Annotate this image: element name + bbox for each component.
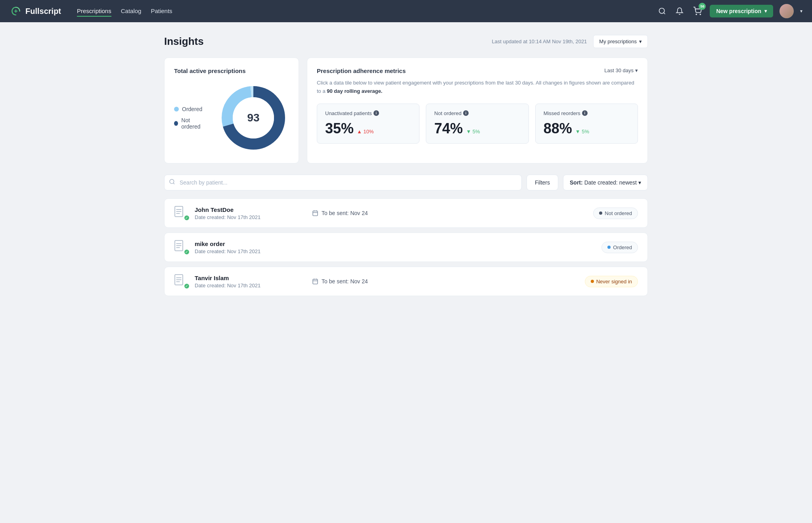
prescription-icon-area: ✓	[174, 240, 188, 254]
chevron-down-icon: ▾	[635, 67, 638, 73]
status-badge: Never signed in	[585, 276, 638, 287]
status-dot	[607, 246, 611, 249]
metric-value: 88%	[544, 120, 572, 137]
chevron-down-icon: ▾	[638, 179, 641, 186]
metric-change: ▲ 10%	[357, 129, 374, 135]
metric-value: 74%	[434, 120, 463, 137]
svg-point-2	[700, 14, 701, 15]
adherence-card: Prescription adherence metrics Last 30 d…	[307, 58, 648, 163]
status-badge: Ordered	[601, 242, 638, 253]
chevron-down-icon: ▾	[639, 38, 642, 44]
cards-row: Total active prescriptions Ordered Not o…	[164, 58, 648, 163]
metric-label: Missed reorders i	[544, 110, 630, 116]
search-filter-row: Filters Sort: Date created: newest ▾	[164, 175, 648, 190]
metric-missed-reorders[interactable]: Missed reorders i 88% ▼ 5%	[535, 104, 638, 144]
legend-item-not-ordered: Not ordered	[174, 117, 207, 130]
ordered-dot	[174, 107, 179, 112]
my-prescriptions-filter[interactable]: My prescriptions ▾	[593, 35, 648, 48]
sort-prefix: Sort:	[570, 179, 583, 186]
avatar-image	[779, 4, 794, 18]
check-badge: ✓	[184, 249, 190, 255]
cart-badge: 56	[699, 3, 706, 10]
metric-value-row: 35% ▲ 10%	[325, 120, 411, 137]
prescription-info: John TestDoe Date created: Nov 17th 2021	[195, 206, 306, 220]
donut-card: Total active prescriptions Ordered Not o…	[164, 58, 299, 163]
page-title: Insights	[164, 35, 204, 48]
metrics-row: Unactivated patients i 35% ▲ 10% Not ord…	[317, 104, 638, 144]
status-dot	[599, 212, 602, 215]
period-filter[interactable]: Last 30 days ▾	[604, 67, 638, 73]
info-icon: i	[373, 110, 379, 116]
info-icon: i	[582, 110, 588, 116]
user-chevron-icon: ▾	[800, 8, 802, 14]
donut-area: Ordered Not ordered	[174, 82, 289, 154]
donut-total: 93	[247, 112, 259, 124]
donut-legend: Ordered Not ordered	[174, 106, 207, 130]
prescription-icon-area: ✓	[174, 206, 188, 220]
patient-name: John TestDoe	[195, 206, 306, 213]
info-icon: i	[463, 110, 469, 116]
search-icon	[658, 7, 666, 15]
sort-button[interactable]: Sort: Date created: newest ▾	[563, 175, 648, 190]
nav-links: Prescriptions Catalog Patients	[77, 6, 644, 17]
adherence-title: Prescription adherence metrics	[317, 67, 406, 74]
legend-item-ordered: Ordered	[174, 106, 207, 112]
donut-card-title: Total active prescriptions	[174, 67, 289, 74]
nav-catalog[interactable]: Catalog	[121, 6, 142, 17]
svg-point-7	[170, 179, 174, 184]
prescription-icon-area: ✓	[174, 274, 188, 288]
patient-name: mike order	[195, 240, 306, 247]
send-date: To be sent: Nov 24	[312, 278, 578, 285]
search-button[interactable]	[657, 6, 668, 17]
prescription-info: Tanvir Islam Date created: Nov 17th 2021	[195, 275, 306, 288]
metric-change: ▼ 5%	[575, 129, 589, 135]
adherence-description: Click a data tile below to view patient …	[317, 79, 638, 96]
main-content: Insights Last updated at 10:14 AM Nov 19…	[148, 22, 664, 309]
date-created: Date created: Nov 17th 2021	[195, 248, 306, 254]
filters-button[interactable]: Filters	[527, 175, 558, 190]
nav-prescriptions[interactable]: Prescriptions	[77, 6, 111, 17]
prescription-list: ✓ John TestDoe Date created: Nov 17th 20…	[164, 198, 648, 296]
prescription-row[interactable]: ✓ John TestDoe Date created: Nov 17th 20…	[164, 198, 648, 228]
nav-patients[interactable]: Patients	[151, 6, 172, 17]
donut-chart: 93	[218, 82, 289, 154]
status-badge: Not ordered	[593, 208, 638, 219]
patient-name: Tanvir Islam	[195, 275, 306, 281]
calendar-icon	[312, 278, 318, 285]
not-ordered-dot	[174, 121, 178, 126]
svg-rect-9	[313, 211, 318, 216]
search-input[interactable]	[164, 175, 522, 190]
insights-meta: Last updated at 10:14 AM Nov 19th, 2021 …	[492, 35, 648, 48]
insights-header: Insights Last updated at 10:14 AM Nov 19…	[164, 35, 648, 48]
metric-unactivated[interactable]: Unactivated patients i 35% ▲ 10%	[317, 104, 419, 144]
search-icon	[169, 179, 175, 187]
notifications-button[interactable]	[674, 6, 685, 17]
logo-text: Fullscript	[25, 7, 61, 16]
check-badge: ✓	[184, 283, 190, 289]
metric-value-row: 74% ▼ 5%	[434, 120, 520, 137]
svg-point-0	[659, 8, 665, 13]
prescription-info: mike order Date created: Nov 17th 2021	[195, 240, 306, 254]
metric-value-row: 88% ▼ 5%	[544, 120, 630, 137]
prescription-row[interactable]: ✓ Tanvir Islam Date created: Nov 17th 20…	[164, 267, 648, 296]
date-created: Date created: Nov 17th 2021	[195, 214, 306, 220]
cart-button[interactable]: 56	[691, 5, 703, 17]
last-updated: Last updated at 10:14 AM Nov 19th, 2021	[492, 38, 587, 44]
check-badge: ✓	[184, 215, 190, 221]
adherence-header: Prescription adherence metrics Last 30 d…	[317, 67, 638, 74]
navbar-right: 56 New prescription ▾ ▾	[657, 4, 802, 18]
navbar: Fullscript Prescriptions Catalog Patient…	[0, 0, 812, 22]
search-wrapper	[164, 175, 522, 190]
calendar-icon	[312, 210, 318, 216]
metric-value: 35%	[325, 120, 354, 137]
new-prescription-button[interactable]: New prescription ▾	[710, 5, 773, 17]
sort-value: Date created: newest	[584, 179, 637, 186]
metric-label: Unactivated patients i	[325, 110, 411, 116]
chevron-down-icon: ▾	[764, 8, 767, 14]
metric-label: Not ordered i	[434, 110, 520, 116]
logo[interactable]: Fullscript	[10, 5, 61, 17]
logo-icon	[10, 5, 22, 17]
metric-not-ordered[interactable]: Not ordered i 74% ▼ 5%	[426, 104, 529, 144]
prescription-row[interactable]: ✓ mike order Date created: Nov 17th 2021…	[164, 233, 648, 262]
avatar[interactable]	[779, 4, 794, 18]
